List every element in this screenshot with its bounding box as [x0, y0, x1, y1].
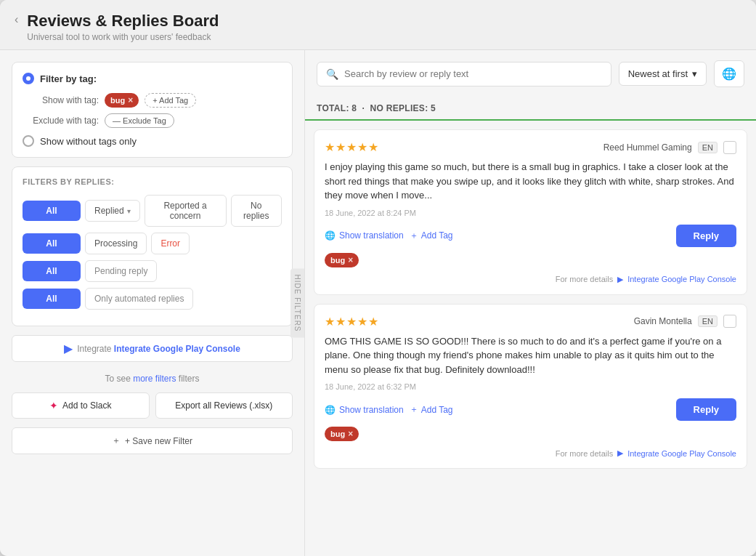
- review-tags-1: bug ×: [325, 253, 736, 267]
- review-checkbox-2[interactable]: [723, 315, 736, 328]
- add-to-slack-btn[interactable]: ✦ Add to Slack: [12, 392, 150, 419]
- review-tags-2: bug ×: [325, 427, 736, 441]
- filter-automated-btn[interactable]: Only automated replies: [85, 288, 193, 310]
- filter-by-tag-radio[interactable]: Filter by tag:: [23, 73, 282, 84]
- exclude-with-tag-row: Exclude with tag: — Exclude Tag: [23, 113, 282, 128]
- review-top-1: ★★★★★ Reed Hummel Gaming EN: [325, 140, 736, 154]
- filter-tag-radio-circle[interactable]: [23, 73, 34, 84]
- show-with-tag-label: Show with tag:: [23, 95, 99, 105]
- filter-tag-section: Filter by tag: Show with tag: bug × + Ad…: [12, 62, 293, 158]
- reviews-panel: 🔍 Newest at first ▾ 🌐 TOTAL: 8 · NO REPL…: [305, 50, 756, 556]
- google-play-icon: ▶: [64, 342, 73, 355]
- stars-2: ★★★★★: [325, 315, 379, 329]
- bug-tag-chip[interactable]: bug ×: [105, 93, 139, 108]
- bottom-details-1: For more details ▶ Integrate Google Play…: [325, 275, 736, 284]
- add-tag-label-2: Add Tag: [421, 405, 453, 415]
- filter-no-replies-btn[interactable]: No replies: [231, 195, 283, 227]
- show-with-tag-row: Show with tag: bug × + Add Tag: [23, 93, 282, 108]
- exclude-with-tag-label: Exclude with tag:: [23, 116, 99, 126]
- review-top-2: ★★★★★ Gavin Montella EN: [325, 315, 736, 329]
- export-label: Export all Reviews (.xlsx): [175, 400, 272, 411]
- bug-tag-remove[interactable]: ×: [128, 95, 133, 105]
- add-tag-plus-2: ＋: [410, 403, 418, 416]
- for-more-details-2: For more details: [556, 449, 613, 458]
- save-filter-label: + Save new Filter: [125, 436, 192, 446]
- translate-icon-small-1: 🌐: [325, 230, 336, 241]
- review-text-2: OMG THIS GAME IS SO GOOD!!! There is so …: [325, 334, 736, 377]
- translate-button[interactable]: 🌐: [714, 60, 744, 87]
- stars-1: ★★★★★: [325, 140, 379, 154]
- review-card-2: ★★★★★ Gavin Montella EN OMG THIS GAME IS…: [314, 304, 747, 470]
- filter-processing-btn[interactable]: Processing: [85, 233, 147, 254]
- slack-icon: ✦: [49, 400, 58, 411]
- filters-replies-heading: FILTERS BY REPLIES:: [23, 177, 282, 186]
- total-count: TOTAL: 8: [317, 103, 357, 113]
- reviews-list: ★★★★★ Reed Hummel Gaming EN I enjoy play…: [305, 121, 756, 556]
- reviewer-info-2: Gavin Montella EN: [634, 315, 736, 328]
- reply-btn-1[interactable]: Reply: [676, 225, 736, 247]
- search-box: 🔍: [317, 62, 611, 86]
- review-tag-chip-2[interactable]: bug ×: [325, 427, 359, 441]
- back-button[interactable]: ‹: [15, 13, 18, 26]
- bug-tag-text: bug: [110, 96, 125, 105]
- filter-all-btn-2[interactable]: All: [23, 233, 81, 254]
- save-new-filter-btn[interactable]: ＋ + Save new Filter: [12, 427, 293, 454]
- filter-error-btn[interactable]: Error: [151, 233, 190, 254]
- show-without-tags-circle[interactable]: [23, 135, 34, 147]
- add-tag-inline-1[interactable]: ＋ Add Tag: [410, 230, 453, 242]
- show-translation-label-1: Show translation: [339, 230, 404, 241]
- sort-button[interactable]: Newest at first ▾: [619, 62, 707, 86]
- filter-all-btn-1[interactable]: All: [23, 201, 81, 221]
- lang-badge-1: EN: [698, 142, 718, 153]
- translate-icon: 🌐: [722, 68, 736, 80]
- add-tag-inline-2[interactable]: ＋ Add Tag: [410, 403, 453, 416]
- review-tag-text-2: bug: [330, 430, 345, 438]
- show-translation-btn-1[interactable]: 🌐 Show translation: [325, 230, 404, 241]
- search-input[interactable]: [344, 68, 602, 79]
- filter-reported-btn[interactable]: Reported a concern: [145, 195, 227, 227]
- review-checkbox-1[interactable]: [723, 141, 736, 154]
- search-icon: 🔍: [326, 68, 338, 80]
- integrate-link-2[interactable]: Integrate Google Play Console: [627, 449, 736, 458]
- filter-row-1: All Replied ▾ Reported a concern No repl…: [23, 195, 282, 227]
- show-without-tags-radio[interactable]: Show without tags only: [23, 135, 282, 147]
- page-subtitle: Universal tool to work with your users' …: [27, 32, 219, 42]
- hide-filters-bar[interactable]: HIDE FILTERS: [290, 268, 304, 337]
- exclude-tag-button[interactable]: — Exclude Tag: [105, 113, 174, 128]
- filter-pending-reply-btn[interactable]: Pending reply: [85, 260, 157, 282]
- sidebar: Filter by tag: Show with tag: bug × + Ad…: [0, 50, 305, 556]
- add-to-slack-label: Add to Slack: [62, 400, 111, 411]
- review-tag-chip-1[interactable]: bug ×: [325, 253, 359, 267]
- no-replies-count: NO REPLIES: 5: [370, 103, 436, 113]
- filter-replied-btn[interactable]: Replied ▾: [85, 200, 140, 222]
- filter-all-btn-3[interactable]: All: [23, 261, 81, 281]
- total-bar: TOTAL: 8 · NO REPLIES: 5: [305, 97, 756, 121]
- more-filters-text: To see more filters filters: [12, 374, 293, 384]
- review-tag-remove-1[interactable]: ×: [348, 255, 353, 265]
- main-content: Filter by tag: Show with tag: bug × + Ad…: [0, 50, 756, 556]
- review-tag-text-1: bug: [330, 256, 345, 265]
- review-text-1: I enjoy playing this game so much, but t…: [325, 160, 736, 203]
- show-translation-btn-2[interactable]: 🌐 Show translation: [325, 405, 404, 415]
- review-date-2: 18 June, 2022 at 6:32 PM: [325, 382, 736, 391]
- filters-by-replies: FILTERS BY REPLIES: All Replied ▾ Report…: [12, 166, 293, 326]
- filter-tag-label: Filter by tag:: [40, 73, 97, 84]
- filter-row-3: All Pending reply: [23, 260, 282, 282]
- sort-label: Newest at first: [628, 68, 688, 79]
- export-reviews-btn[interactable]: Export all Reviews (.xlsx): [155, 392, 293, 419]
- integrate-google-play-btn[interactable]: ▶ Integrate Integrate Google Play Consol…: [12, 335, 293, 362]
- review-tag-remove-2[interactable]: ×: [348, 429, 353, 439]
- add-tag-plus-1: ＋: [410, 230, 418, 242]
- google-play-icon-1: ▶: [617, 275, 623, 284]
- more-filters-link[interactable]: more filters: [133, 374, 176, 384]
- add-tag-label-1: Add Tag: [421, 230, 453, 241]
- filter-all-btn-4[interactable]: All: [23, 289, 81, 309]
- review-actions-1: 🌐 Show translation ＋ Add Tag Reply: [325, 225, 736, 247]
- reviewer-name-2: Gavin Montella: [634, 316, 692, 326]
- reviewer-info-1: Reed Hummel Gaming EN: [603, 141, 736, 154]
- translate-icon-small-2: 🌐: [325, 405, 336, 415]
- add-tag-button[interactable]: + Add Tag: [145, 93, 196, 108]
- reply-btn-2[interactable]: Reply: [676, 398, 736, 421]
- integrate-link-1[interactable]: Integrate Google Play Console: [627, 275, 736, 283]
- replied-dropdown-arrow: ▾: [127, 207, 131, 215]
